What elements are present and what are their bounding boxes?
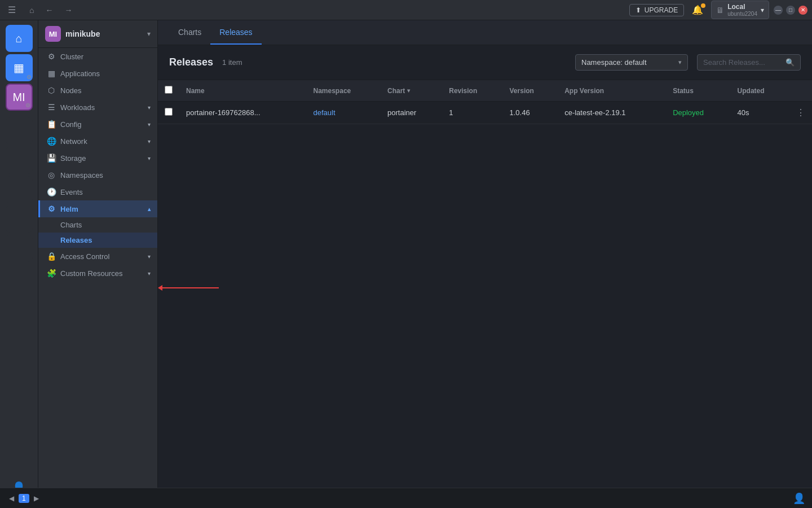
machine-sub: ubuntu2204 xyxy=(727,11,757,17)
rail-item-apps[interactable]: ▦ ⚙ xyxy=(6,54,33,81)
sidebar-item-storage[interactable]: 💾 Storage ▾ xyxy=(38,150,157,167)
maximize-button[interactable]: □ xyxy=(786,6,795,15)
sidebar-item-custom-resources[interactable]: 🧩 Custom Resources ▾ xyxy=(38,265,157,282)
custom-resources-chevron-icon: ▾ xyxy=(148,270,151,277)
sidebar-item-namespaces[interactable]: ◎ Namespaces xyxy=(38,167,157,183)
sidebar-item-applications[interactable]: ▦ Applications xyxy=(38,65,157,82)
home-button[interactable]: ⌂ xyxy=(26,5,37,16)
sidebar-item-cluster[interactable]: ⚙ Cluster xyxy=(38,48,157,65)
workloads-chevron-icon: ▾ xyxy=(148,104,151,111)
sidebar-item-events[interactable]: 🕐 Events xyxy=(38,183,157,200)
item-count: 1 item xyxy=(222,58,242,67)
row-chart: portainer xyxy=(381,102,442,124)
titlebar-right: ⬆ UPGRADE 🔔 🖥 Local ubuntu2204 ▾ — □ ✕ xyxy=(629,1,807,19)
titlebar: ☰ ⌂ ← → ⬆ UPGRADE 🔔 🖥 Local ubuntu2204 ▾… xyxy=(0,0,812,20)
rail-item-6[interactable] xyxy=(6,176,33,203)
forward-button[interactable]: → xyxy=(61,5,76,16)
select-all-col xyxy=(158,80,179,102)
minimize-button[interactable]: — xyxy=(774,6,783,15)
sidebar-item-namespaces-label: Namespaces xyxy=(60,171,103,179)
namespace-selector[interactable]: Namespace: default ▾ xyxy=(575,54,688,71)
upgrade-icon: ⬆ xyxy=(636,6,641,14)
sidebar-item-access-control[interactable]: 🔒 Access Control ▾ xyxy=(38,248,157,265)
rail-item-5[interactable] xyxy=(6,147,33,174)
sidebar-item-custom-resources-label: Custom Resources xyxy=(60,269,123,278)
row-updated: 40s xyxy=(731,102,789,124)
row-checkbox[interactable] xyxy=(165,108,173,116)
notification-button[interactable]: 🔔 xyxy=(689,3,707,16)
rail-item-7[interactable] xyxy=(6,205,33,233)
home-rail-icon: ⌂ xyxy=(15,32,22,45)
search-icon: 🔍 xyxy=(785,58,795,67)
titlebar-left: ☰ ⌂ ← → xyxy=(5,3,76,16)
col-chart-label: Chart xyxy=(387,87,405,95)
sidebar: MI minikube ▾ ⚙ Cluster ▦ Applications ⬡… xyxy=(38,20,158,508)
network-chevron-icon: ▾ xyxy=(148,138,151,144)
cluster-rail-label: MI xyxy=(12,91,25,104)
col-chart[interactable]: Chart ▾ xyxy=(381,80,442,102)
nodes-nav-icon: ⬡ xyxy=(47,86,56,95)
helm-chevron-icon: ▴ xyxy=(148,206,151,212)
tab-charts[interactable]: Charts xyxy=(169,21,210,45)
applications-nav-icon: ▦ xyxy=(47,69,56,78)
sidebar-item-access-control-label: Access Control xyxy=(60,252,109,261)
sidebar-item-config[interactable]: 📋 Config ▾ xyxy=(38,116,157,133)
sidebar-subitem-releases[interactable]: Releases xyxy=(38,233,157,248)
namespace-label: Namespace: default xyxy=(581,58,647,67)
taskbar-user-icon[interactable]: 👤 xyxy=(793,492,805,505)
sidebar-item-workloads-label: Workloads xyxy=(60,103,95,112)
upgrade-button[interactable]: ⬆ UPGRADE xyxy=(629,4,684,16)
col-name: Name xyxy=(179,80,307,102)
namespace-link[interactable]: default xyxy=(314,108,336,117)
workloads-nav-icon: ☰ xyxy=(47,103,56,112)
sidebar-cluster-name: minikube xyxy=(65,29,143,38)
row-revision: 1 xyxy=(442,102,502,124)
row-actions-cell: ⋮ xyxy=(789,102,812,124)
back-button[interactable]: ← xyxy=(42,5,56,16)
cluster-rail-gear-icon: ⚙ xyxy=(25,102,30,108)
notification-badge xyxy=(701,3,705,8)
cluster-nav-icon: ⚙ xyxy=(47,52,56,61)
rail-item-cluster[interactable]: MI ⚙ xyxy=(6,84,33,111)
machine-selector[interactable]: 🖥 Local ubuntu2204 ▾ xyxy=(711,1,769,19)
select-all-checkbox[interactable] xyxy=(165,86,173,94)
titlebar-nav: ⌂ ← → xyxy=(26,5,76,16)
sidebar-item-network[interactable]: 🌐 Network ▾ xyxy=(38,133,157,150)
sidebar-item-applications-label: Applications xyxy=(60,69,100,78)
sidebar-item-helm[interactable]: ⚙ Helm ▴ xyxy=(38,200,157,217)
status-badge: Deployed xyxy=(673,108,704,117)
sidebar-item-nodes-label: Nodes xyxy=(60,86,82,95)
close-button[interactable]: ✕ xyxy=(798,6,807,15)
rail-item-home[interactable]: ⌂ xyxy=(6,25,33,52)
search-box: 🔍 xyxy=(697,54,801,71)
col-app-version: App Version xyxy=(558,80,666,102)
sidebar-subitem-charts[interactable]: Charts xyxy=(38,217,157,233)
row-name: portainer-169762868... xyxy=(179,102,307,124)
custom-resources-nav-icon: 🧩 xyxy=(47,269,56,278)
row-actions-button[interactable]: ⋮ xyxy=(796,108,805,117)
sidebar-item-nodes[interactable]: ⬡ Nodes xyxy=(38,82,157,99)
page-next-button[interactable]: ▶ xyxy=(32,493,41,503)
machine-name: Local xyxy=(727,3,757,11)
rail-item-4[interactable] xyxy=(6,117,33,144)
table-container: Name Namespace Chart ▾ Revision Version … xyxy=(158,80,812,488)
tab-releases[interactable]: Releases xyxy=(210,21,261,45)
sidebar-cluster-header[interactable]: MI minikube ▾ xyxy=(38,20,157,48)
row-namespace: default xyxy=(307,102,381,124)
table-header: Name Namespace Chart ▾ Revision Version … xyxy=(158,80,812,102)
sort-icon: ▾ xyxy=(407,87,410,94)
col-version: Version xyxy=(503,80,558,102)
window-controls: — □ ✕ xyxy=(774,6,807,15)
page-prev-button[interactable]: ◀ xyxy=(7,493,16,503)
sidebar-item-workloads[interactable]: ☰ Workloads ▾ xyxy=(38,99,157,116)
search-input[interactable] xyxy=(703,58,782,67)
network-nav-icon: 🌐 xyxy=(47,137,56,146)
table-body: portainer-169762868... default portainer… xyxy=(158,102,812,124)
tabs-bar: Charts Releases xyxy=(158,20,812,45)
page-number: 1 xyxy=(19,494,29,503)
table-row: portainer-169762868... default portainer… xyxy=(158,102,812,124)
rail-item-8[interactable] xyxy=(6,235,33,262)
hamburger-button[interactable]: ☰ xyxy=(5,3,19,16)
col-revision: Revision xyxy=(442,80,502,102)
app-layout: ⌂ ▦ ⚙ MI ⚙ 👤 MI minikube ▾ ⚙ xyxy=(0,20,812,508)
